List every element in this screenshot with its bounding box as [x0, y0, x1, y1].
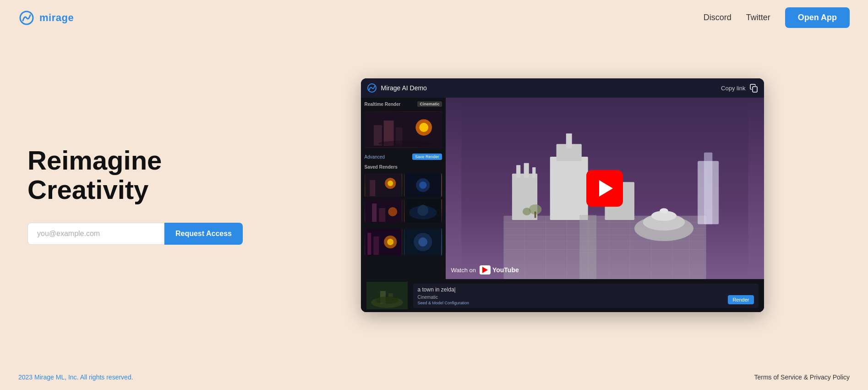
seed-config-link[interactable]: Seed & Model Configuration	[418, 301, 469, 305]
saved-thumb-3	[365, 199, 403, 223]
svg-rect-51	[532, 167, 535, 178]
svg-point-16	[419, 181, 426, 189]
hero-title: Reimagine Creativity	[27, 146, 257, 204]
site-header: mirage Discord Twitter Open App	[0, 0, 868, 35]
svg-rect-63	[579, 215, 596, 279]
saved-thumb-1	[365, 173, 403, 197]
copy-icon[interactable]	[749, 83, 759, 93]
prompt-text[interactable]: a town in zelda|	[418, 286, 754, 293]
bottom-thumbnail	[366, 282, 408, 309]
video-actions: Copy link	[721, 83, 758, 93]
video-title-text: Mirage AI Demo	[381, 84, 427, 92]
saved-thumb-6	[404, 228, 442, 256]
svg-rect-65	[704, 153, 712, 225]
video-container[interactable]: Mirage AI Demo Copy link	[361, 78, 764, 312]
youtube-logo: YouTube	[480, 265, 519, 275]
svg-point-9	[378, 141, 432, 146]
main-nav: Discord Twitter Open App	[704, 7, 850, 28]
request-access-button[interactable]: Request Access	[164, 223, 243, 245]
svg-point-28	[387, 239, 393, 245]
prompt-input-area: a town in zelda| Cinematic Seed & Model …	[413, 284, 759, 308]
video-main-area: Realtime Render Cinematic	[361, 98, 764, 279]
prompt-options: Cinematic Seed & Model Configuration Ren…	[418, 295, 754, 305]
svg-point-62	[522, 208, 530, 215]
video-title-area: Mirage AI Demo	[366, 82, 427, 93]
open-app-button[interactable]: Open App	[785, 7, 850, 28]
youtube-wordmark: YouTube	[492, 266, 519, 274]
prompt-mode-label: Cinematic	[418, 295, 469, 300]
video-preview-area: Watch on YouTube	[446, 98, 764, 279]
video-top-bar: Mirage AI Demo Copy link	[361, 78, 764, 98]
email-input[interactable]	[27, 223, 164, 245]
svg-rect-52	[550, 157, 588, 220]
main-content: Reimagine Creativity Request Access Mira…	[0, 35, 868, 364]
saved-renders-label: Saved Renders	[365, 165, 442, 170]
logo-text: mirage	[39, 12, 74, 24]
svg-rect-25	[367, 233, 371, 255]
hero-section: Reimagine Creativity Request Access	[27, 146, 257, 245]
realtime-render-label: Realtime Render Cinematic	[365, 101, 442, 107]
svg-rect-18	[372, 203, 377, 222]
mirage-small-logo	[366, 82, 377, 93]
svg-rect-50	[524, 163, 529, 178]
svg-point-70	[376, 297, 399, 304]
copy-link-label[interactable]: Copy link	[721, 85, 745, 92]
svg-rect-19	[379, 208, 385, 222]
saved-thumb-2	[404, 173, 442, 197]
play-button[interactable]	[586, 170, 623, 207]
svg-rect-11	[370, 180, 375, 196]
copyright-text: 2023 Mirage ML, Inc. All rights reserved…	[18, 374, 133, 381]
svg-point-8	[419, 123, 428, 132]
saved-renders-row2	[365, 228, 442, 256]
twitter-link[interactable]: Twitter	[746, 13, 770, 22]
svg-rect-54	[566, 133, 572, 148]
svg-rect-2	[753, 87, 757, 92]
svg-point-23	[417, 205, 428, 216]
play-circle	[586, 170, 623, 207]
play-triangle-icon	[599, 180, 613, 197]
youtube-play-icon	[480, 265, 491, 275]
bottom-scene-thumb	[366, 282, 408, 309]
mirage-logo-icon	[18, 10, 35, 26]
video-prompt-bar: a town in zelda| Cinematic Seed & Model …	[361, 279, 764, 312]
svg-point-13	[388, 181, 393, 186]
discord-link[interactable]: Discord	[704, 13, 732, 22]
watch-on-text: Watch on	[451, 267, 476, 274]
legal-link[interactable]: Terms of Service & Privacy Policy	[754, 374, 850, 381]
svg-rect-61	[534, 212, 536, 218]
render-button[interactable]: Render	[728, 295, 753, 304]
save-render-button[interactable]: Save Render	[412, 154, 442, 160]
svg-rect-49	[516, 165, 520, 178]
saved-renders-grid	[365, 173, 442, 223]
youtube-play-triangle	[482, 267, 488, 273]
preview-scene	[365, 111, 442, 148]
logo[interactable]: mirage	[18, 10, 74, 26]
saved-thumb-5	[365, 228, 403, 256]
svg-point-20	[388, 207, 397, 216]
video-section: Mirage AI Demo Copy link	[275, 78, 850, 312]
svg-point-31	[418, 237, 427, 247]
saved-thumb-4	[404, 199, 442, 223]
svg-point-59	[660, 208, 668, 213]
sidebar-controls: Advanced Save Render	[365, 154, 442, 160]
video-sidebar: Realtime Render Cinematic	[361, 98, 446, 279]
youtube-embed: Mirage AI Demo Copy link	[361, 78, 764, 312]
access-form: Request Access	[27, 223, 243, 245]
main-preview-thumb	[365, 111, 442, 148]
site-footer: 2023 Mirage ML, Inc. All rights reserved…	[0, 364, 868, 390]
watch-on-youtube-bar[interactable]: Watch on YouTube	[451, 265, 519, 275]
svg-rect-26	[373, 236, 379, 255]
